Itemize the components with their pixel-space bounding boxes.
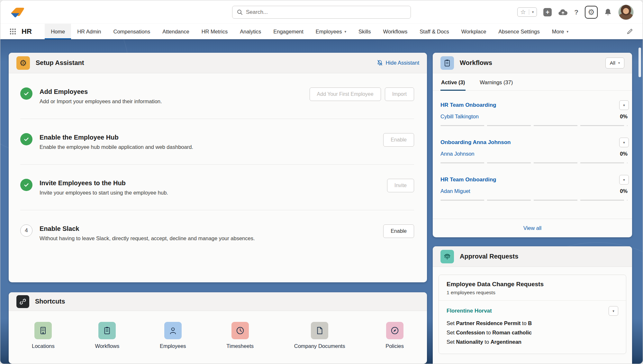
divider bbox=[529, 9, 529, 15]
enable-hub-button[interactable]: Enable bbox=[383, 133, 414, 147]
quick-add-icon[interactable]: + bbox=[543, 8, 552, 16]
shortcuts-body: Locations Workflows bbox=[9, 311, 427, 349]
setup-step-add-employees: Add Employees Add or Import your employe… bbox=[9, 73, 427, 119]
help-icon[interactable]: ? bbox=[574, 8, 578, 16]
fingerprint-icon bbox=[440, 250, 454, 263]
tab-label: Engagement bbox=[273, 29, 303, 35]
requester-link[interactable]: Florentine Horvat bbox=[447, 308, 492, 314]
shortcut-workflows[interactable]: Workflows bbox=[95, 322, 119, 349]
document-icon bbox=[311, 322, 328, 339]
workflow-progress-bar bbox=[440, 200, 628, 201]
tab-more[interactable]: More▾ bbox=[546, 24, 575, 39]
setup-assistant-gear-icon: ⚙ bbox=[16, 56, 30, 70]
workflow-assignee-link[interactable]: Cybill Talkington bbox=[440, 114, 479, 120]
tab-hr-metrics[interactable]: HR Metrics bbox=[195, 24, 234, 39]
workflows-list: HR Team Onboarding ▾ Cybill Talkington 0… bbox=[433, 91, 632, 219]
workflow-actions-button[interactable]: ▾ bbox=[619, 100, 629, 110]
step-number-badge: 4 bbox=[20, 224, 32, 237]
star-icon[interactable]: ☆ bbox=[521, 9, 526, 15]
tab-workflows[interactable]: Workflows bbox=[377, 24, 414, 39]
approval-requests-header: Approval Requests bbox=[433, 246, 632, 267]
search-input[interactable] bbox=[246, 9, 406, 15]
app-launcher-icon[interactable] bbox=[9, 28, 16, 35]
global-search[interactable] bbox=[232, 6, 411, 19]
workflows-card: Workflows All ▾ Active (3) Warnings (37)… bbox=[433, 53, 632, 237]
enable-slack-button[interactable]: Enable bbox=[383, 224, 414, 238]
workflow-assignee-link[interactable]: Anna Johnson bbox=[440, 151, 475, 157]
shortcuts-card: Shortcuts Locations bbox=[9, 292, 427, 364]
workflow-title-link[interactable]: HR Team Onboarding bbox=[440, 102, 496, 108]
step-title: Add Employees bbox=[40, 88, 162, 96]
setup-assistant-header: ⚙ Setup Assistant Hide Assistant bbox=[9, 53, 427, 73]
invite-button[interactable]: Invite bbox=[387, 179, 414, 192]
tab-warnings[interactable]: Warnings (37) bbox=[479, 73, 513, 90]
workflow-title-link[interactable]: HR Team Onboarding bbox=[440, 177, 496, 183]
step-description: Enable the employee hub mobile applicati… bbox=[40, 144, 193, 150]
favorites-control[interactable]: ☆ ▾ bbox=[517, 7, 537, 17]
header-actions: ☆ ▾ + ? ⚙ bbox=[517, 5, 634, 20]
clipboard-icon bbox=[98, 322, 116, 339]
hide-assistant-link[interactable]: Hide Assistant bbox=[377, 60, 419, 66]
step-title: Enable the Employee Hub bbox=[40, 134, 193, 141]
tab-analytics[interactable]: Analytics bbox=[234, 24, 267, 39]
chevron-down-icon[interactable]: ▾ bbox=[532, 10, 534, 14]
workflow-assignee-link[interactable]: Adan Miguet bbox=[440, 188, 470, 194]
card-title: Approval Requests bbox=[460, 253, 518, 260]
tab-skills[interactable]: Skills bbox=[352, 24, 377, 39]
tab-engagement[interactable]: Engagement bbox=[267, 24, 310, 39]
request-group-content: Florentine Horvat ▾ Set Partner Residenc… bbox=[439, 301, 626, 354]
step-complete-check-icon bbox=[20, 179, 32, 191]
setup-gear-button[interactable]: ⚙ bbox=[585, 6, 598, 19]
workflows-footer: View all bbox=[433, 219, 632, 237]
edit-pencil-icon[interactable] bbox=[627, 28, 633, 35]
workflows-filter-dropdown[interactable]: All ▾ bbox=[605, 58, 624, 68]
clipboard-icon bbox=[440, 56, 454, 70]
shortcut-label: Timesheets bbox=[226, 343, 254, 349]
shortcut-timesheets[interactable]: Timesheets bbox=[226, 322, 254, 349]
shortcut-locations[interactable]: Locations bbox=[32, 322, 55, 349]
add-first-employee-button[interactable]: Add Your First Employee bbox=[310, 87, 381, 101]
tab-employees[interactable]: Employees▾ bbox=[310, 24, 352, 39]
step-description: Add or Import your employees and their i… bbox=[40, 98, 162, 105]
view-all-link[interactable]: View all bbox=[523, 225, 542, 231]
shortcut-company-documents[interactable]: Company Documents bbox=[294, 322, 345, 349]
request-actions-button[interactable]: ▾ bbox=[609, 306, 618, 316]
shortcut-policies[interactable]: Policies bbox=[385, 322, 404, 349]
shortcut-employees[interactable]: Employees bbox=[160, 322, 186, 349]
workflow-title-link[interactable]: Onboarding Anna Johnson bbox=[440, 139, 511, 146]
nav-tabs: Home HR Admin Compensations Attendance H… bbox=[45, 24, 575, 39]
gear-icon: ⚙ bbox=[588, 8, 595, 16]
tab-absence-settings[interactable]: Absence Settings bbox=[492, 24, 546, 39]
tab-label: Skills bbox=[358, 29, 371, 35]
cloud-upload-icon[interactable] bbox=[558, 9, 568, 16]
clock-icon bbox=[231, 322, 249, 339]
chevron-down-icon: ▾ bbox=[612, 309, 614, 313]
tab-home[interactable]: Home bbox=[45, 24, 71, 39]
tab-attendance[interactable]: Attendance bbox=[156, 24, 195, 39]
workflows-header: Workflows All ▾ bbox=[433, 53, 632, 73]
flair-logo-icon[interactable] bbox=[9, 6, 26, 19]
approval-requests-card: Approval Requests Employee Data Change R… bbox=[433, 246, 632, 364]
shortcut-label: Workflows bbox=[95, 343, 119, 349]
tab-active-workflows[interactable]: Active (3) bbox=[440, 73, 466, 90]
setup-step-invite-employees: Invite Employees to the Hub Invite your … bbox=[9, 165, 427, 210]
tab-staff-docs[interactable]: Staff & Docs bbox=[413, 24, 455, 39]
tab-compensations[interactable]: Compensations bbox=[107, 24, 156, 39]
tab-hr-admin[interactable]: HR Admin bbox=[71, 24, 107, 39]
tab-workplace[interactable]: Workplace bbox=[455, 24, 493, 39]
import-button[interactable]: Import bbox=[385, 87, 414, 101]
setup-step-enable-slack: 4 Enable Slack Without having to leave S… bbox=[9, 210, 427, 256]
scrollbar-thumb[interactable] bbox=[638, 48, 641, 77]
global-header: ☆ ▾ + ? ⚙ bbox=[0, 0, 643, 24]
request-group-header: Employee Data Change Requests 1 employee… bbox=[439, 275, 626, 301]
chevron-down-icon[interactable]: ▾ bbox=[566, 30, 568, 34]
tab-label: Staff & Docs bbox=[420, 29, 449, 35]
workflow-actions-button[interactable]: ▾ bbox=[619, 138, 629, 147]
step-description: Invite your employees to start using the… bbox=[40, 190, 168, 196]
step-title: Enable Slack bbox=[40, 225, 255, 232]
workflows-tabs: Active (3) Warnings (37) bbox=[433, 73, 632, 91]
chevron-down-icon[interactable]: ▾ bbox=[344, 30, 346, 34]
workflow-actions-button[interactable]: ▾ bbox=[619, 175, 629, 185]
notifications-bell-icon[interactable] bbox=[604, 8, 612, 16]
avatar[interactable] bbox=[618, 5, 634, 20]
